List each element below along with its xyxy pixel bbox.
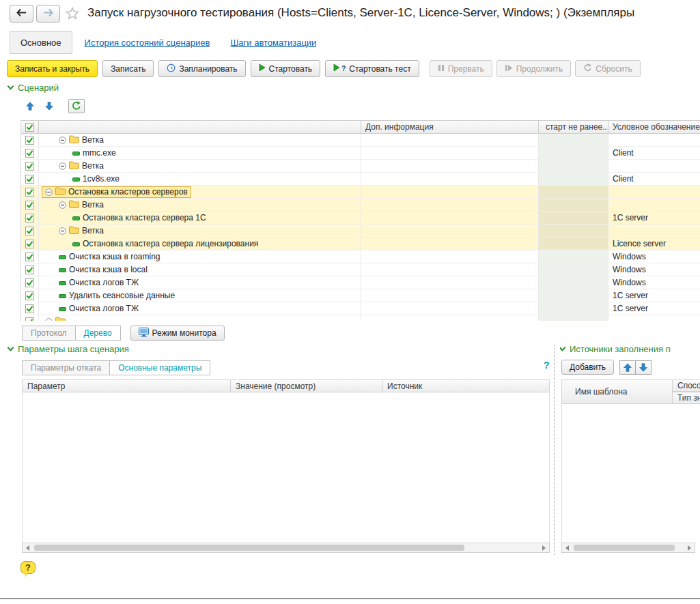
scenario-section-header[interactable]: Сценарий — [8, 83, 59, 93]
save-and-close-button[interactable]: Записать и закрыть — [7, 60, 98, 77]
row-checkbox[interactable] — [25, 227, 34, 235]
interrupt-button[interactable]: Прервать — [430, 60, 492, 77]
rollback-parameters-tab[interactable]: Параметры отката — [22, 360, 110, 375]
row-checkbox[interactable] — [25, 136, 34, 145]
template-name-column-header[interactable]: Имя шаблона — [570, 379, 673, 404]
table-row[interactable]: Ветка — [21, 134, 700, 147]
row-checkbox[interactable] — [25, 304, 34, 313]
start-column-header[interactable]: старт не ранее... — [539, 120, 608, 134]
expander-icon[interactable] — [59, 227, 66, 235]
table-row[interactable]: Очистка логов ТЖ 1C server — [21, 302, 700, 315]
table-row[interactable]: Остановка кластера сервера 1С 1C server — [21, 212, 700, 225]
refresh-button[interactable] — [68, 99, 85, 113]
parameters-horizontal-scrollbar[interactable] — [22, 543, 550, 553]
reset-button[interactable]: Сбросить — [575, 60, 640, 77]
move-up-button[interactable] — [619, 360, 636, 375]
value-column-header[interactable]: Значение (просмотр) — [231, 379, 382, 392]
row-checkbox[interactable] — [25, 162, 34, 171]
table-row[interactable]: Очистка логов ТЖ Windows — [21, 276, 700, 289]
row-checkbox[interactable] — [25, 149, 34, 158]
table-row[interactable]: Остановка кластеров серверов — [21, 186, 700, 199]
row-checkbox[interactable] — [25, 240, 34, 248]
fill-method-column-header[interactable]: Способ з — [673, 379, 700, 392]
designation-column-header[interactable]: Условное обозначение ед — [608, 120, 700, 134]
move-up-button[interactable] — [22, 99, 38, 113]
param-column-header[interactable]: Параметр — [22, 379, 231, 392]
table-row[interactable]: Ветка — [21, 225, 700, 238]
cell-designation: Client — [608, 173, 700, 186]
info-column-header[interactable]: Доп. информация — [361, 120, 539, 134]
scroll-left-icon[interactable] — [23, 543, 33, 552]
expander-icon[interactable] — [59, 162, 66, 170]
start-test-button[interactable]: ? Стартовать тест — [325, 60, 419, 77]
cell-start — [539, 225, 608, 238]
tab-main[interactable]: Основное — [10, 31, 72, 54]
expander-icon[interactable] — [59, 136, 66, 144]
expander-icon[interactable] — [59, 201, 66, 209]
fill-sources-horizontal-scrollbar[interactable] — [561, 543, 695, 553]
table-row[interactable] — [21, 315, 700, 321]
row-checkbox[interactable] — [25, 265, 34, 274]
table-row[interactable]: Очистка кэша в roaming Windows — [21, 250, 700, 263]
row-checkbox[interactable] — [25, 291, 34, 300]
row-tree-cell: Ветка — [39, 199, 361, 212]
table-row[interactable]: Ветка — [21, 199, 700, 212]
table-row[interactable]: 1cv8s.exe Client — [21, 173, 700, 186]
move-down-button[interactable] — [41, 99, 57, 113]
schedule-button[interactable]: Запланировать — [158, 60, 245, 77]
panel-splitter[interactable] — [554, 345, 555, 555]
table-row[interactable]: Удалить сеансовые данные 1C server — [21, 289, 700, 302]
row-checkbox[interactable] — [25, 278, 34, 287]
row-checkbox[interactable] — [25, 317, 34, 321]
scroll-right-icon[interactable] — [539, 543, 549, 552]
source-column-header[interactable]: Источник — [382, 379, 550, 392]
start-button[interactable]: Стартовать — [251, 60, 321, 77]
node-box: Очистка логов ТЖ — [55, 303, 142, 315]
row-checkbox[interactable] — [25, 253, 34, 261]
table-row[interactable]: Ветка — [21, 160, 700, 173]
table-row[interactable]: Очистка кэша в local Windows — [21, 263, 700, 276]
scrollbar-thumb[interactable] — [574, 545, 675, 551]
expander-icon[interactable] — [45, 318, 53, 321]
row-checkbox[interactable] — [25, 175, 34, 184]
fill-sources-section-header[interactable]: Источники заполнения п — [560, 344, 671, 354]
monitor-mode-button[interactable]: Режим монитора — [130, 326, 225, 341]
scroll-right-icon[interactable] — [684, 543, 695, 552]
protocol-view-button[interactable]: Протокол — [22, 326, 76, 341]
step-parameters-section-header[interactable]: Параметры шага сценария — [8, 344, 129, 354]
favorite-star-icon[interactable] — [66, 7, 79, 22]
tree-indent — [39, 218, 69, 218]
row-check-cell — [21, 238, 39, 250]
row-tree-cell — [39, 315, 361, 321]
row-checkbox[interactable] — [25, 214, 34, 222]
resume-button[interactable]: Продолжить — [496, 60, 572, 77]
step-icon — [72, 213, 80, 222]
tab-scenario-history[interactable]: История состояний сценариев — [85, 38, 210, 48]
table-row[interactable]: mmc.exe Client — [21, 147, 700, 160]
table-row[interactable]: Остановка кластера сервера лицензировани… — [21, 238, 700, 250]
fill-sources-table-body — [561, 404, 700, 543]
help-bubble-icon[interactable]: ? — [20, 561, 36, 574]
scrollbar-thumb[interactable] — [34, 545, 464, 551]
help-icon[interactable]: ? — [544, 360, 550, 371]
check-all-header[interactable] — [21, 120, 39, 134]
name-column-header[interactable] — [39, 120, 361, 134]
row-checkbox[interactable] — [25, 188, 34, 197]
scroll-left-icon[interactable] — [562, 543, 572, 552]
expander-icon[interactable] — [45, 188, 53, 196]
main-parameters-tab[interactable]: Основные параметры — [109, 360, 210, 375]
value-type-column-header[interactable]: Тип знач — [673, 392, 700, 404]
move-down-button[interactable] — [635, 360, 652, 375]
forward-button[interactable] — [36, 5, 60, 23]
tree-view-button[interactable]: Дерево — [75, 326, 121, 341]
row-checkbox[interactable] — [25, 201, 34, 210]
row-check-cell — [21, 289, 39, 302]
tree-indent — [39, 296, 55, 296]
node-box: 1cv8s.exe — [69, 173, 123, 185]
save-button[interactable]: Записать — [102, 60, 154, 77]
tab-automation-steps[interactable]: Шаги автоматизации — [230, 38, 316, 48]
row-check-cell — [21, 186, 39, 199]
row-tree-cell: Очистка логов ТЖ — [39, 276, 361, 289]
back-button[interactable] — [10, 5, 33, 23]
add-button[interactable]: Добавить — [561, 360, 614, 375]
